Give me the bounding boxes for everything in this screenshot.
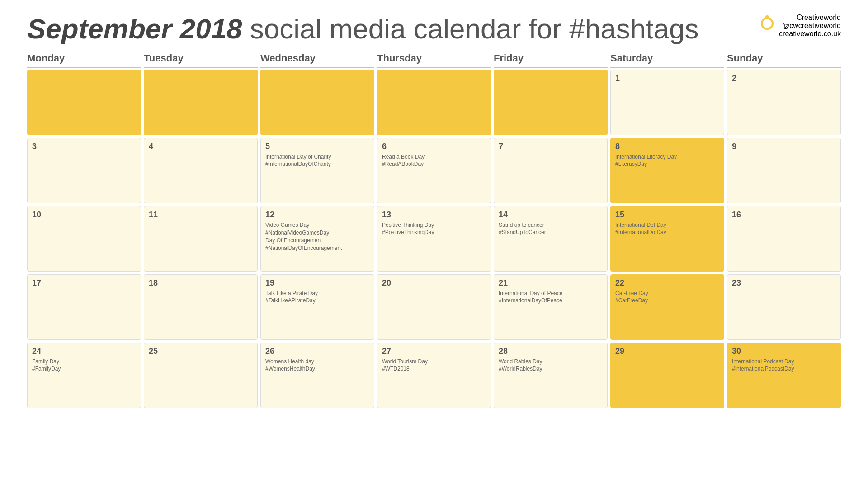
calendar-cell: 6Read a Book Day#ReadABookDay xyxy=(377,138,491,203)
brand-area: Creativeworld @cwcreativeworld creativew… xyxy=(759,14,841,38)
cell-event: Talk Like a Pirate Day xyxy=(265,290,369,297)
cell-number: 1 xyxy=(615,74,719,83)
brand-handle: @cwcreativeworld xyxy=(779,22,841,30)
cell-hashtag: #ReadABookDay xyxy=(382,161,486,167)
cell-number: 20 xyxy=(382,278,486,288)
calendar-cell xyxy=(494,70,608,135)
cell-hashtag: #InternationalDotDay xyxy=(615,229,719,235)
day-header-tuesday: Tuesday xyxy=(144,52,258,68)
cell-hashtag: #LiteracyDay xyxy=(615,161,719,167)
calendar: Monday Tuesday Wednesday Thursday Friday… xyxy=(27,52,841,408)
cell-hashtag: #PositiveThinkingDay xyxy=(382,229,486,235)
day-header-friday: Friday xyxy=(494,52,608,68)
cell-hashtag: #StandUpToCancer xyxy=(499,229,603,235)
calendar-cell: 13Positive Thinking Day#PositiveThinking… xyxy=(377,206,491,272)
cell-number: 21 xyxy=(499,278,603,288)
brand-url: creativeworld.co.uk xyxy=(779,30,841,38)
cell-event: Stand up to cancer xyxy=(499,221,603,229)
cell-event: International Day of Charity xyxy=(265,153,369,161)
cell-number: 22 xyxy=(615,278,719,288)
calendar-grid: 12345International Day of Charity#Intern… xyxy=(27,70,841,408)
cell-number: 5 xyxy=(265,142,369,151)
cell-number: 6 xyxy=(382,142,486,151)
cell-hashtag: #InternationalDayOfPeace xyxy=(499,297,603,304)
calendar-cell: 26Womens Health day#WomensHealthDay xyxy=(260,343,374,408)
calendar-cell: 24Family Day#FamilyDay xyxy=(27,343,141,408)
svg-point-1 xyxy=(765,15,769,19)
cell-number: 17 xyxy=(32,278,136,288)
brand-name-bold: Creative xyxy=(797,14,824,21)
cell-number: 16 xyxy=(732,210,836,220)
cell-number: 9 xyxy=(732,142,836,151)
cell-event: Family Day xyxy=(32,358,136,366)
calendar-cell: 19Talk Like a Pirate Day#TalkLikeAPirate… xyxy=(260,274,374,340)
title-rest: social media calendar for #hashtags xyxy=(242,13,699,44)
cell-number: 25 xyxy=(149,347,253,356)
calendar-cell: 11 xyxy=(144,206,258,272)
cell-number: 23 xyxy=(732,278,836,288)
day-header-thursday: Thursday xyxy=(377,52,491,68)
calendar-cell: 3 xyxy=(27,138,141,203)
calendar-cell: 28World Rabies Day#WorldRabiesDay xyxy=(494,343,608,408)
calendar-cell: 27World Tourism Day#WTD2018 xyxy=(377,343,491,408)
cell-number: 7 xyxy=(499,142,603,151)
calendar-cell: 15International Dot Day#InternationalDot… xyxy=(610,206,724,272)
calendar-cell xyxy=(260,70,374,135)
cell-number: 27 xyxy=(382,347,486,356)
calendar-cell: 10 xyxy=(27,206,141,272)
cell-number: 2 xyxy=(732,74,836,83)
calendar-cell: 2 xyxy=(727,70,841,135)
page-header: September 2018 social media calendar for… xyxy=(27,14,841,44)
cell-hashtag: #WorldRabiesDay xyxy=(499,366,603,372)
brand-name-light: world xyxy=(824,14,841,21)
svg-point-0 xyxy=(762,18,773,29)
cell-hashtag: #WTD2018 xyxy=(382,366,486,372)
calendar-cell: 14Stand up to cancer#StandUpToCancer xyxy=(494,206,608,272)
calendar-cell: 4 xyxy=(144,138,258,203)
calendar-cell: 23 xyxy=(727,274,841,340)
cell-number: 3 xyxy=(32,142,136,151)
cell-hashtag: #InternationalPodcastDay xyxy=(732,366,836,372)
cell-number: 29 xyxy=(615,347,719,356)
day-header-saturday: Saturday xyxy=(610,52,724,68)
cell-hashtag: #FamilyDay xyxy=(32,366,136,372)
page-title: September 2018 social media calendar for… xyxy=(27,14,698,44)
calendar-cell: 30International Podcast Day#Internationa… xyxy=(727,343,841,408)
day-header-monday: Monday xyxy=(27,52,141,68)
cell-number: 28 xyxy=(499,347,603,356)
cell-number: 24 xyxy=(32,347,136,356)
calendar-cell: 21International Day of Peace#Internation… xyxy=(494,274,608,340)
calendar-cell: 29 xyxy=(610,343,724,408)
cell-number: 12 xyxy=(265,210,369,220)
cell-hashtag: #WomensHealthDay xyxy=(265,366,369,372)
calendar-cell xyxy=(377,70,491,135)
calendar-cell: 18 xyxy=(144,274,258,340)
calendar-cell: 1 xyxy=(610,70,724,135)
cell-event: World Tourism Day xyxy=(382,358,486,366)
calendar-cell xyxy=(27,70,141,135)
cell-number: 19 xyxy=(265,278,369,288)
cell-number: 13 xyxy=(382,210,486,220)
cell-event: World Rabies Day xyxy=(499,358,603,366)
cell-number: 18 xyxy=(149,278,253,288)
cell-hashtag: #TalkLikeAPirateDay xyxy=(265,297,369,304)
day-header-wednesday: Wednesday xyxy=(260,52,374,68)
calendar-cell: 17 xyxy=(27,274,141,340)
calendar-cell: 5International Day of Charity#Internatio… xyxy=(260,138,374,203)
calendar-cell: 12Video Games Day #NationalVideoGamesDay… xyxy=(260,206,374,272)
cell-event: Read a Book Day xyxy=(382,153,486,161)
calendar-cell: 20 xyxy=(377,274,491,340)
cell-number: 8 xyxy=(615,142,719,151)
cell-number: 11 xyxy=(149,210,253,220)
brand-text: Creativeworld @cwcreativeworld creativew… xyxy=(779,14,841,38)
calendar-cell: 9 xyxy=(727,138,841,203)
cell-event: Car-Free Day xyxy=(615,290,719,297)
day-header-sunday: Sunday xyxy=(727,52,841,68)
brand-logo-icon xyxy=(759,14,775,30)
cell-number: 10 xyxy=(32,210,136,220)
cell-number: 14 xyxy=(499,210,603,220)
cell-number: 26 xyxy=(265,347,369,356)
cell-hashtag: #InternationalDayOfCharity xyxy=(265,161,369,167)
day-headers: Monday Tuesday Wednesday Thursday Friday… xyxy=(27,52,841,68)
calendar-cell: 25 xyxy=(144,343,258,408)
